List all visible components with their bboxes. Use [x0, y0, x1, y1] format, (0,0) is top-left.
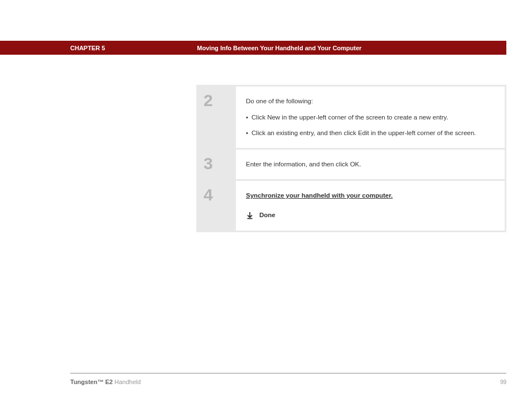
footer-divider: [70, 373, 506, 373]
page-number: 99: [500, 379, 506, 385]
done-row: Done: [246, 210, 488, 220]
bullet-marker-icon: •: [246, 128, 248, 138]
product-name-bold: Tungsten™ E2: [70, 379, 113, 385]
step-number-cell: 2: [198, 87, 236, 148]
chapter-title: Moving Info Between Your Handheld and Yo…: [197, 45, 361, 51]
step-row-3: 3 Enter the information, and then click …: [198, 150, 505, 181]
step-number: 2: [204, 92, 236, 109]
step-content: Do one of the following: • Click New in …: [236, 87, 505, 148]
product-name-rest: Handheld: [113, 379, 141, 385]
bullet-item: • Click New in the upper-left corner of …: [246, 113, 488, 122]
step-number: 4: [204, 186, 236, 203]
chapter-label: CHAPTER 5: [70, 45, 105, 51]
steps-table: 2 Do one of the following: • Click New i…: [196, 85, 506, 232]
bullet-marker-icon: •: [246, 113, 248, 122]
step-number: 3: [204, 155, 236, 172]
product-name: Tungsten™ E2 Handheld: [70, 379, 141, 385]
step-number-cell: 4: [198, 181, 236, 231]
bullet-text: Click New in the upper-left corner of th…: [252, 113, 448, 122]
step-content: Enter the information, and then click OK…: [236, 150, 505, 179]
step-number-cell: 3: [198, 150, 236, 179]
done-label: Done: [259, 210, 275, 220]
page-footer: Tungsten™ E2 Handheld 99: [70, 379, 506, 385]
bullet-text: Click an existing entry, and then click …: [252, 128, 476, 138]
step-intro-text: Do one of the following:: [246, 97, 488, 106]
step-content: Synchronize your handheld with your comp…: [236, 181, 505, 231]
chapter-header-bar: CHAPTER 5 Moving Info Between Your Handh…: [0, 41, 506, 55]
step-row-4: 4 Synchronize your handheld with your co…: [198, 181, 505, 231]
bullet-item: • Click an existing entry, and then clic…: [246, 128, 488, 138]
synchronize-link[interactable]: Synchronize your handheld with your comp…: [246, 191, 393, 200]
done-arrow-icon: [246, 212, 254, 219]
step-text: Enter the information, and then click OK…: [246, 161, 361, 167]
step-row-2: 2 Do one of the following: • Click New i…: [198, 87, 505, 150]
